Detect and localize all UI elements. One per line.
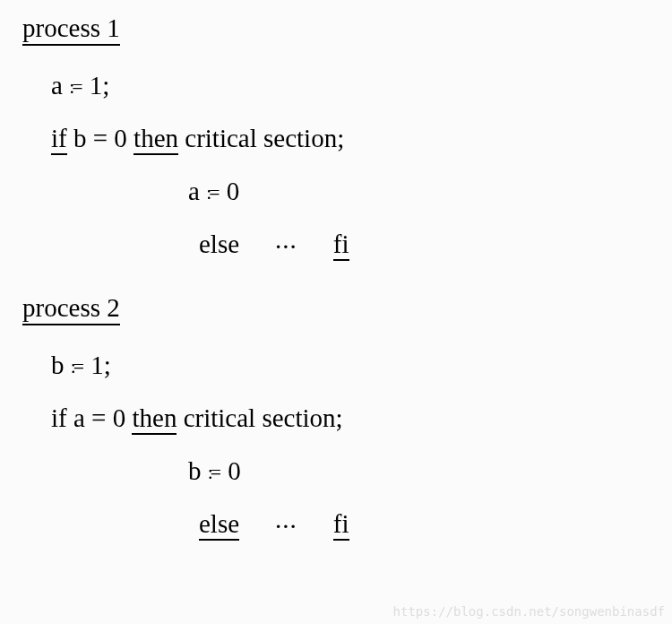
process-2-line-4: else···fi: [51, 509, 654, 542]
watermark-text: https://blog.csdn.net/songwenbinasdf: [393, 604, 665, 619]
if-keyword: if: [51, 124, 67, 155]
assign-op: :=: [71, 356, 82, 377]
if-condition: if a = 0: [51, 403, 132, 432]
assign-op: :=: [69, 76, 80, 98]
var-a: a: [51, 71, 63, 100]
heading-text: process 1: [22, 13, 120, 46]
heading-text: process 2: [22, 293, 120, 325]
process-1-block: process 1 a := 1; if b = 0 then critical…: [22, 13, 654, 262]
then-keyword: then: [132, 403, 177, 435]
fi-keyword: fi: [333, 230, 349, 261]
then-keyword: then: [134, 124, 178, 155]
else-keyword: else: [199, 509, 239, 541]
value-1: 1;: [90, 71, 110, 100]
ellipsis: ···: [275, 232, 297, 261]
value-0: 0: [228, 456, 241, 485]
process-1-line-2: if b = 0 then critical section;: [51, 124, 654, 153]
process-1-line-1: a := 1;: [51, 71, 654, 100]
assign-op: :=: [208, 462, 219, 483]
process-1-line-4: else···fi: [51, 230, 654, 262]
process-2-line-2: if a = 0 then critical section;: [51, 403, 654, 433]
var-a: a: [188, 177, 200, 205]
var-b: b: [51, 351, 65, 379]
ellipsis: ···: [275, 512, 297, 541]
value-0: 0: [227, 177, 240, 205]
process-2-line-1: b := 1;: [51, 351, 654, 380]
else-keyword: else: [199, 230, 239, 258]
var-b: b: [188, 456, 202, 485]
condition: b = 0: [67, 124, 134, 152]
value-1: 1;: [90, 351, 111, 379]
process-1-heading: process 1: [22, 13, 654, 71]
process-2-block: process 2 b := 1; if a = 0 then critical…: [22, 293, 654, 542]
critical-section-text: critical section;: [178, 124, 344, 152]
process-2-line-3: b := 0: [188, 456, 654, 486]
process-2-heading: process 2: [22, 293, 654, 351]
process-1-line-3: a := 0: [188, 177, 654, 206]
assign-op: :=: [206, 182, 217, 204]
critical-section-text: critical section;: [177, 403, 342, 432]
fi-keyword: fi: [333, 509, 349, 541]
